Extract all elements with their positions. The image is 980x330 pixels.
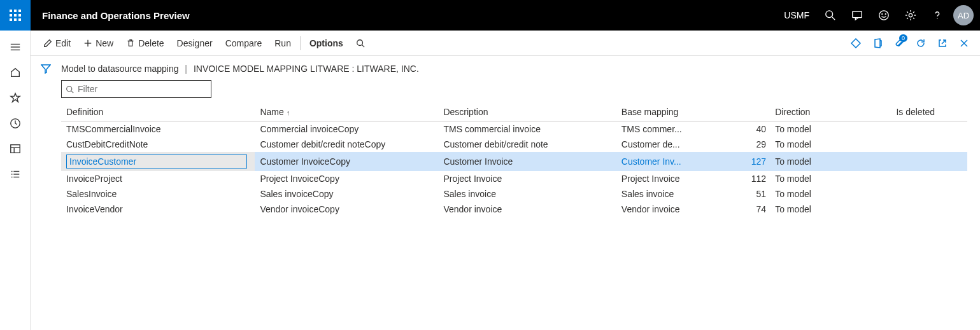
cell-base-mapping-count[interactable]: 40 <box>721 121 770 137</box>
svg-rect-5 <box>18 14 21 17</box>
svg-rect-4 <box>14 14 17 17</box>
cell-description[interactable]: Customer debit/credit note <box>438 137 616 152</box>
cell-definition[interactable]: CustDebitCreditNote <box>61 137 255 152</box>
cell-definition[interactable]: InvoiceCustomer <box>61 152 255 171</box>
table-row[interactable]: CustDebitCreditNoteCustomer debit/credit… <box>61 137 967 152</box>
app-launcher-button[interactable] <box>0 0 31 31</box>
cell-is-deleted[interactable] <box>891 171 967 186</box>
cell-direction[interactable]: To model <box>770 202 891 217</box>
cell-definition[interactable]: TMSCommercialInvoice <box>61 121 255 137</box>
cell-is-deleted[interactable] <box>891 186 967 202</box>
designer-button[interactable]: Designer <box>171 31 219 56</box>
delete-button[interactable]: Delete <box>120 31 170 56</box>
svg-point-16 <box>937 18 937 19</box>
company-selector[interactable]: USMF <box>776 10 817 20</box>
close-icon <box>959 38 969 48</box>
cell-name[interactable]: Project InvoiceCopy <box>255 171 438 186</box>
office-button[interactable] <box>868 31 887 56</box>
cell-definition[interactable]: SalesInvoice <box>61 186 255 202</box>
power-apps-button[interactable] <box>846 31 865 56</box>
svg-rect-0 <box>10 10 12 12</box>
cell-base-mapping-count[interactable]: 112 <box>721 171 770 186</box>
options-button[interactable]: Options <box>303 31 350 56</box>
nav-hamburger[interactable] <box>0 34 31 60</box>
nav-modules[interactable] <box>0 162 31 187</box>
user-avatar[interactable]: AD <box>953 5 974 25</box>
cell-base-mapping[interactable]: Vendor invoice <box>616 202 721 217</box>
run-button[interactable]: Run <box>268 31 297 56</box>
cell-base-mapping-count[interactable]: 74 <box>721 202 770 217</box>
table-row[interactable]: SalesInvoiceSales invoiceCopySales invoi… <box>61 186 967 202</box>
search-button[interactable] <box>817 0 844 31</box>
cell-is-deleted[interactable] <box>891 121 967 137</box>
popout-button[interactable] <box>933 31 952 56</box>
cell-is-deleted[interactable] <box>891 152 967 171</box>
popout-icon <box>937 38 948 48</box>
grid-filter-input[interactable] <box>78 84 207 94</box>
find-button[interactable] <box>350 31 371 56</box>
command-bar: Edit New Delete Designer Compare Run Opt… <box>31 31 980 56</box>
svg-line-10 <box>832 17 835 20</box>
cell-base-mapping[interactable]: Sales invoice <box>616 186 721 202</box>
cell-direction[interactable]: To model <box>770 137 891 152</box>
cell-direction[interactable]: To model <box>770 186 891 202</box>
cell-base-mapping[interactable]: Customer de... <box>616 137 721 152</box>
cell-description[interactable]: Vendor invoice <box>438 202 616 217</box>
cell-base-mapping-count[interactable]: 127 <box>721 152 770 171</box>
nav-favorites[interactable] <box>0 85 31 111</box>
svg-rect-1 <box>14 10 17 12</box>
cell-direction[interactable]: To model <box>770 121 891 137</box>
table-row[interactable]: InvoiceProjectProject InvoiceCopyProject… <box>61 171 967 186</box>
table-row[interactable]: TMSCommercialInvoiceCommercial invoiceCo… <box>61 121 967 137</box>
cell-description[interactable]: TMS commercial invoice <box>438 121 616 137</box>
cell-base-mapping[interactable]: Project Invoice <box>616 171 721 186</box>
cell-description[interactable]: Project Invoice <box>438 171 616 186</box>
col-description[interactable]: Description <box>438 103 616 121</box>
cell-direction[interactable]: To model <box>770 171 891 186</box>
col-definition[interactable]: Definition <box>61 103 255 121</box>
edit-button[interactable]: Edit <box>37 31 77 56</box>
feedback-button[interactable] <box>870 0 897 31</box>
grid-filter-box[interactable] <box>61 80 211 98</box>
new-button[interactable]: New <box>77 31 120 56</box>
col-is-deleted[interactable]: Is deleted <box>891 103 967 121</box>
cell-is-deleted[interactable] <box>891 202 967 217</box>
compare-button[interactable]: Compare <box>219 31 269 56</box>
messages-button[interactable] <box>844 0 870 31</box>
cell-base-mapping[interactable]: Customer Inv... <box>616 152 721 171</box>
cell-definition[interactable]: InvoiceVendor <box>61 202 255 217</box>
table-row[interactable]: InvoiceVendorVendor invoiceCopyVendor in… <box>61 202 967 217</box>
settings-button[interactable] <box>897 0 924 31</box>
cell-name[interactable]: Customer debit/credit noteCopy <box>255 137 438 152</box>
cell-name[interactable]: Customer InvoiceCopy <box>255 152 438 171</box>
nav-workspaces[interactable] <box>0 136 31 162</box>
cell-name[interactable]: Commercial invoiceCopy <box>255 121 438 137</box>
help-button[interactable] <box>924 0 951 31</box>
col-base-mapping[interactable]: Base mapping <box>616 103 770 121</box>
cell-direction[interactable]: To model <box>770 152 891 171</box>
cell-description[interactable]: Sales invoice <box>438 186 616 202</box>
cell-definition[interactable]: InvoiceProject <box>61 171 255 186</box>
cell-base-mapping-count[interactable]: 51 <box>721 186 770 202</box>
cell-name[interactable]: Sales invoiceCopy <box>255 186 438 202</box>
table-row[interactable]: InvoiceCustomerCustomer InvoiceCopyCusto… <box>61 152 967 171</box>
col-name[interactable]: Name↑ <box>255 103 438 121</box>
attachments-button[interactable]: 0 <box>890 31 909 56</box>
svg-point-12 <box>879 11 888 20</box>
nav-recent[interactable] <box>0 111 31 136</box>
funnel-icon <box>41 64 51 74</box>
cell-base-mapping-count[interactable]: 29 <box>721 137 770 152</box>
cell-name[interactable]: Vendor invoiceCopy <box>255 202 438 217</box>
col-direction[interactable]: Direction <box>770 103 891 121</box>
cell-is-deleted[interactable] <box>891 137 967 152</box>
cell-description[interactable]: Customer Invoice <box>438 152 616 171</box>
cell-base-mapping[interactable]: TMS commer... <box>616 121 721 137</box>
breadcrumb-root[interactable]: Model to datasource mapping <box>61 64 178 74</box>
refresh-icon <box>916 38 926 48</box>
filter-pane-toggle[interactable] <box>31 56 61 330</box>
refresh-button[interactable] <box>911 31 930 56</box>
svg-line-33 <box>362 45 364 47</box>
top-bar: Finance and Operations Preview USMF AD <box>0 0 980 31</box>
nav-home[interactable] <box>0 60 31 85</box>
close-button[interactable] <box>955 31 974 56</box>
